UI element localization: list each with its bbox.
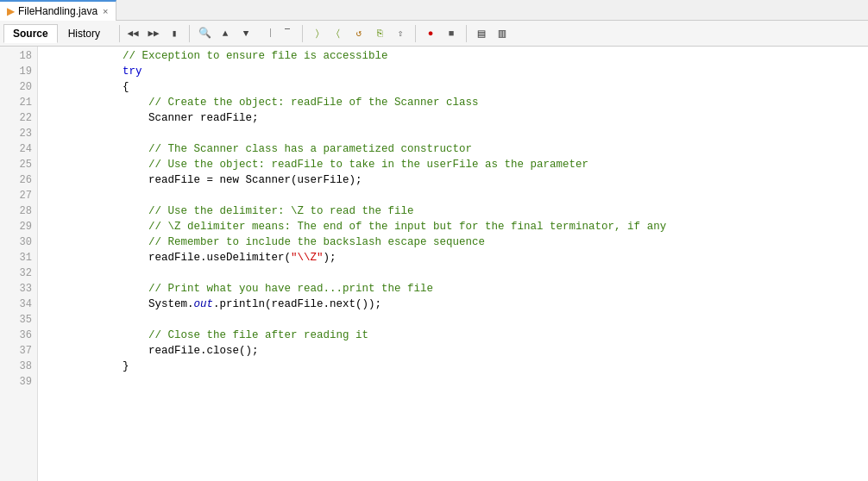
code-line: // Exception to ensure file is accessibl… xyxy=(45,48,861,64)
line-number: 35 xyxy=(5,312,32,328)
branch-icon[interactable]: 〉 xyxy=(309,25,326,42)
normal-token: readFile = new Scanner(userFile); xyxy=(148,174,362,186)
line-number: 18 xyxy=(5,48,32,64)
line-number: 19 xyxy=(5,64,32,79)
filename-label: FileHandling.java xyxy=(18,5,97,17)
line-number: 25 xyxy=(5,157,32,172)
keyword-token: try xyxy=(123,66,142,78)
diff-icon[interactable]: ⎹ xyxy=(258,25,275,42)
code-line: } xyxy=(45,359,861,374)
code-line: try xyxy=(45,64,861,79)
comment-token: // Use the object: readFile to take in t… xyxy=(148,159,588,171)
normal-token: readFile.useDelimiter( xyxy=(148,252,291,264)
line-number: 22 xyxy=(5,110,32,126)
code-line: // Print what you have read...print the … xyxy=(45,281,861,297)
indent-token xyxy=(45,329,148,341)
last-icon[interactable]: ▮ xyxy=(166,25,183,42)
close-tab-button[interactable]: × xyxy=(103,6,108,16)
line-numbers: 1819202122232425262728293031323334353637… xyxy=(0,47,38,481)
file-icon: ▶ xyxy=(7,5,15,17)
title-bar: ▶ FileHandling.java × xyxy=(0,0,868,21)
forward-icon[interactable]: ▶▶ xyxy=(145,25,162,42)
code-line: Scanner readFile; xyxy=(45,110,861,126)
indent-token xyxy=(45,97,148,109)
comment-token: // Remember to include the backslash esc… xyxy=(148,236,485,248)
line-number: 37 xyxy=(5,343,32,359)
file-tab[interactable]: ▶ FileHandling.java × xyxy=(0,0,116,21)
code-content[interactable]: // Exception to ensure file is accessibl… xyxy=(38,47,868,481)
next-match-icon[interactable]: ▼ xyxy=(237,25,255,42)
back-icon[interactable]: ◀◀ xyxy=(124,25,142,42)
prev-match-icon[interactable]: ▲ xyxy=(217,25,234,42)
line-number: 34 xyxy=(5,297,32,312)
line-number: 20 xyxy=(5,79,32,95)
indent-token xyxy=(45,159,148,171)
tab-history[interactable]: History xyxy=(60,25,109,42)
line-number: 26 xyxy=(5,172,32,188)
line-number: 28 xyxy=(5,203,32,219)
indent-token xyxy=(45,143,148,155)
stop-icon[interactable]: ● xyxy=(422,25,439,42)
normal-token: { xyxy=(123,81,129,93)
line-number: 27 xyxy=(5,188,32,203)
comment-token: // Use the delimiter: \Z to read the fil… xyxy=(148,205,414,217)
code-line: // Use the object: readFile to take in t… xyxy=(45,157,861,172)
code-line: System.out.println(readFile.next()); xyxy=(45,297,861,312)
stop2-icon[interactable]: ■ xyxy=(443,25,460,42)
toolbar-separator-1 xyxy=(119,25,120,42)
code-line xyxy=(45,126,861,141)
code-line: readFile.useDelimiter("\\Z"); xyxy=(45,250,861,265)
normal-token: System. xyxy=(148,298,194,310)
line-number: 38 xyxy=(5,359,32,374)
code-line: readFile.close(); xyxy=(45,343,861,359)
toolbar-icons: ◀◀ ▶▶ ▮ 🔍 ▲ ▼ ⎹ ⎺ 〉 〈 ↺ ⎘ ⇧ ● ■ ▤ ▥ xyxy=(123,25,512,42)
code-line: // Create the object: readFile of the Sc… xyxy=(45,95,861,110)
string-token: "\\Z" xyxy=(291,252,324,264)
chart-icon[interactable]: ▤ xyxy=(473,25,490,42)
indent-token xyxy=(45,283,148,295)
indent-token xyxy=(45,345,148,357)
indent-token xyxy=(45,298,148,310)
indent-token xyxy=(45,252,148,264)
revert-icon[interactable]: ↺ xyxy=(350,25,368,42)
indent-token xyxy=(45,81,123,93)
indent-token xyxy=(45,221,148,233)
line-number: 31 xyxy=(5,250,32,265)
normal-token: .println(readFile.next()); xyxy=(213,298,381,310)
italic-token: out xyxy=(194,298,214,310)
patch-icon[interactable]: ⎘ xyxy=(371,25,388,42)
export-icon[interactable]: ⇧ xyxy=(392,25,409,42)
code-line xyxy=(45,265,861,281)
indent-token xyxy=(45,205,148,217)
toolbar-separator-3 xyxy=(302,25,303,42)
comment-token: // Close the file after reading it xyxy=(148,329,368,341)
line-number: 30 xyxy=(5,234,32,250)
code-container: 1819202122232425262728293031323334353637… xyxy=(0,47,868,481)
code-line: readFile = new Scanner(userFile); xyxy=(45,172,861,188)
indent-token xyxy=(45,112,148,124)
code-line xyxy=(45,312,861,328)
comment-token: // \Z delimiter means: The end of the in… xyxy=(148,221,666,233)
comment-token: // Exception to ensure file is accessibl… xyxy=(123,50,388,62)
normal-token: } xyxy=(123,360,129,372)
code-line: // The Scanner class has a parametized c… xyxy=(45,141,861,157)
line-number: 23 xyxy=(5,126,32,141)
toolbar-separator-2 xyxy=(189,25,190,42)
indent-token xyxy=(45,360,123,372)
line-number: 21 xyxy=(5,95,32,110)
merge-icon[interactable]: 〈 xyxy=(330,25,347,42)
code-line: // Use the delimiter: \Z to read the fil… xyxy=(45,203,861,219)
normal-token: Scanner readFile; xyxy=(148,112,259,124)
tab-source[interactable]: Source xyxy=(3,24,58,43)
code-line: // Remember to include the backslash esc… xyxy=(45,234,861,250)
code-line: // Close the file after reading it xyxy=(45,328,861,343)
diff2-icon[interactable]: ⎺ xyxy=(279,25,296,42)
comment-token: // Print what you have read...print the … xyxy=(148,283,433,295)
normal-token: readFile.close(); xyxy=(148,345,259,357)
indent-token xyxy=(45,66,123,78)
normal-token: ); xyxy=(324,252,337,264)
chart2-icon[interactable]: ▥ xyxy=(494,25,511,42)
indent-token xyxy=(45,50,123,62)
comment-token: // Create the object: readFile of the Sc… xyxy=(148,97,479,109)
search-icon[interactable]: 🔍 xyxy=(196,25,213,42)
